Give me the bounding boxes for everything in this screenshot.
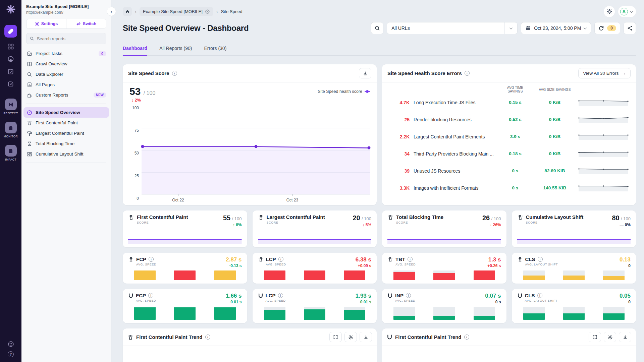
sidebar-item-project-tasks[interactable]: Project Tasks 0 [23, 48, 109, 59]
date-picker[interactable]: Oct 23, 2024, 5:00 PM [521, 22, 591, 34]
breadcrumb-project-chip[interactable]: Example Site Speed [MOBILE] [140, 7, 213, 16]
rail-section-impact[interactable]: IMPACT [5, 145, 17, 161]
info-icon[interactable]: i [278, 257, 283, 262]
lab-tbt-card[interactable]: TBTi AVG. SPEED 1.3 s +0.26 s [382, 253, 506, 284]
clipboard-check-icon[interactable] [7, 68, 14, 75]
chart-legend[interactable]: Site Speed health score [318, 89, 370, 94]
expand-button[interactable] [329, 332, 342, 342]
info-icon[interactable]: i [406, 293, 411, 298]
sidebar-item-first-contentful-paint[interactable]: First Contentful Paint [23, 118, 109, 128]
tab-dashboard[interactable]: Dashboard [123, 46, 147, 55]
settings-button[interactable] [604, 332, 616, 342]
bar [474, 270, 495, 280]
sidebar-item-total-blocking-time[interactable]: Total Blocking Time [23, 138, 109, 149]
sidebar-collapse-button[interactable]: ‹ [107, 7, 116, 16]
settings-button[interactable]: Settings [26, 19, 66, 28]
data-point[interactable] [254, 145, 257, 148]
download-icon [363, 71, 368, 76]
card-title: FCP [136, 256, 146, 262]
bar [433, 316, 455, 320]
table-row[interactable]: 2.2K Largest Contentful Paint Elements 3… [383, 128, 635, 145]
account-settings-button[interactable] [604, 6, 615, 17]
info-icon[interactable]: i [537, 293, 542, 298]
metric-bars [517, 270, 631, 280]
settings-button[interactable] [344, 332, 357, 342]
sidebar-item-all-pages[interactable]: All Pages [23, 79, 109, 90]
share-button[interactable] [624, 22, 636, 34]
info-icon[interactable]: i [278, 293, 283, 298]
field-fcp-card[interactable]: FCPi AVG. SPEED 1.66 s -0.01 s [123, 289, 247, 323]
url-filter-select[interactable]: All URLs [387, 22, 518, 34]
sidebar-item-label: Custom Reports [36, 93, 68, 98]
sidebar-item-label: Total Blocking Time [36, 141, 74, 146]
info-icon[interactable]: i [538, 257, 543, 262]
info-icon[interactable]: i [408, 257, 413, 262]
field-cls-card[interactable]: CLSi AVG. LAYOUT SHIFT 0.05 0 [512, 289, 636, 323]
field-lcp-card[interactable]: LCPi AVG. SPEED 1.93 s -0.01 s [253, 289, 377, 323]
project-url: https://example.com/ [26, 10, 106, 15]
layout-blocks-icon [26, 152, 32, 157]
table-row[interactable]: 34 Third-Party Providers Blocking Main .… [383, 145, 635, 162]
score-denominator: / 100 [144, 90, 156, 96]
data-point[interactable] [367, 146, 370, 149]
feedback-smiley-icon[interactable] [8, 341, 14, 347]
download-button[interactable] [360, 332, 372, 342]
home-breadcrumb-button[interactable] [123, 7, 132, 16]
lab-fcp-card[interactable]: FCPi AVG. SPEED 2.87 s -0.13 s [123, 253, 247, 284]
expand-button[interactable] [589, 332, 601, 342]
download-button[interactable] [359, 68, 371, 78]
info-icon[interactable]: i [149, 257, 154, 262]
gauge-nav-icon[interactable] [7, 56, 14, 62]
data-point[interactable] [141, 145, 144, 148]
help-icon[interactable]: ? [8, 351, 14, 357]
sidebar-item-site-speed-overview[interactable]: Site Speed Overview [23, 107, 109, 118]
info-icon[interactable]: i [465, 71, 470, 76]
info-icon[interactable]: i [205, 335, 210, 340]
y-axis-labels: 100 75 50 25 0 [129, 106, 142, 202]
info-icon[interactable]: i [464, 335, 469, 340]
card-subtitle: AVG. SPEED [136, 263, 156, 266]
rail-section-protect[interactable]: PROTECT [4, 99, 18, 115]
table-row[interactable]: 39 Unused JS Resources 0 s 82.89 KiB [383, 162, 635, 179]
tbt-score-card[interactable]: Total Blocking Time SCORE 26 / 100 ↓ 26% [382, 210, 506, 247]
lcp-score-card[interactable]: Largest Contentful Paint SCORE 20 / 100 … [253, 210, 377, 247]
table-row[interactable]: 3.3K Images with Inefficient Formats 0 s… [383, 179, 635, 196]
field-inp-card[interactable]: INPi AVG. SPEED 0.07 s 0 s [382, 289, 506, 323]
info-icon[interactable]: i [148, 293, 153, 298]
sidebar-item-largest-contentful-paint[interactable]: Largest Contentful Paint [23, 128, 109, 138]
active-app-icon[interactable] [4, 25, 17, 38]
metric-value: 1.66 s [226, 293, 241, 299]
metric-value: 1.3 s [487, 256, 501, 263]
search-reports-box[interactable] [26, 33, 106, 44]
lab-cls-card[interactable]: CLSi AVG. LAYOUT SHIFT 0.13 0 [512, 253, 636, 284]
user-menu[interactable] [618, 6, 636, 17]
info-icon[interactable]: i [172, 71, 177, 76]
fcp-score-card[interactable]: First Contentful Paint SCORE 55 / 100 ↑ … [123, 210, 247, 247]
view-all-errors-button[interactable]: View All 30 Errors→ [578, 68, 631, 78]
sidebar-item-cumulative-layout-shift[interactable]: Cumulative Layout Shift [23, 149, 109, 159]
sidebar-item-crawl-overview[interactable]: Crawl Overview [23, 59, 109, 69]
tab-all-reports[interactable]: All Reports (90) [159, 46, 192, 55]
lab-lcp-card[interactable]: LCPi AVG. SPEED 6.38 s +0.09 s [253, 253, 377, 284]
site-speed-score-chart[interactable]: Oct 22 Oct 23 [142, 106, 370, 194]
switch-project-button[interactable]: Switch [66, 19, 106, 28]
tab-errors[interactable]: Errors (30) [204, 46, 226, 55]
cls-score-card[interactable]: Cumulative Layout Shift SCORE 80 / 100 —… [512, 210, 636, 247]
download-button[interactable] [619, 332, 631, 342]
url-search-button[interactable] [371, 22, 383, 34]
check-square-icon [26, 51, 32, 56]
sidebar-item-data-explorer[interactable]: Data Explorer [23, 69, 109, 79]
card-subtitle: AVG. SPEED [395, 263, 416, 266]
url-filter-value: All URLs [391, 25, 410, 31]
task-square-icon[interactable] [7, 80, 14, 87]
metric-bars [128, 270, 242, 280]
rail-section-monitor[interactable]: MONITOR [4, 122, 18, 138]
refresh-button[interactable]: 0 [594, 22, 620, 34]
sidebar-item-custom-reports[interactable]: Custom Reports NEW [23, 90, 109, 100]
apps-grid-icon[interactable] [7, 43, 14, 50]
brand-logo-icon[interactable] [6, 5, 15, 14]
search-reports-input[interactable] [37, 36, 103, 41]
table-row[interactable]: 25 Render-blocking Resources 0.52 s 0 Ki… [383, 111, 635, 128]
table-row[interactable]: 4.7K Long Execution Time JS Files 0.15 s… [383, 94, 635, 111]
project-sidebar: Example Site Speed [MOBILE] https://exam… [21, 0, 111, 362]
